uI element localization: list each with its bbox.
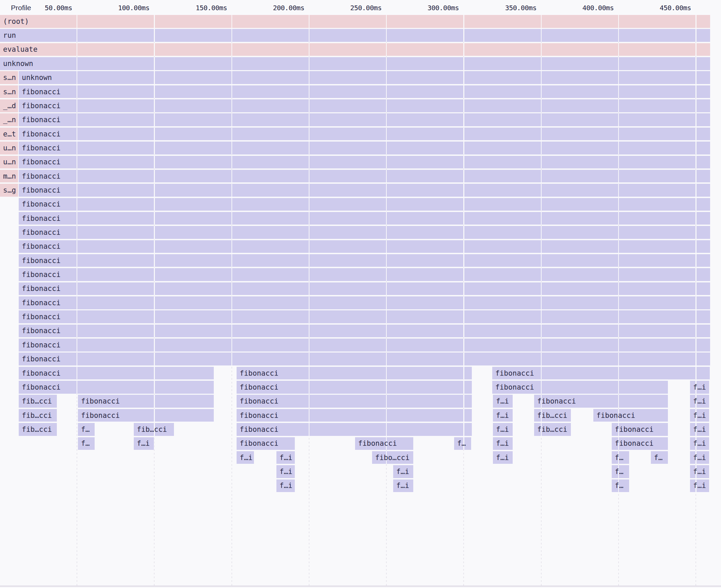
flame-bar[interactable]: unknown [19,71,710,84]
flame-bar[interactable]: fibonacci [237,381,472,394]
flame-bar[interactable]: fibonacci [237,367,472,380]
time-tick-label: 50.00ms [22,0,72,15]
flame-bar[interactable]: fibonacci [19,353,710,365]
flame-bar[interactable]: f…i [276,479,295,492]
flame-bar[interactable]: fibonacci [19,170,710,183]
time-tick-label: 100.00ms [99,0,149,15]
flame-bar[interactable]: _…n [0,113,18,126]
flame-bar[interactable]: fibonacci [78,395,214,408]
flame-bar[interactable]: fibonacci [19,212,710,225]
flame-bar[interactable]: fibonacci [612,437,668,450]
flame-bar[interactable]: f…i [493,437,513,450]
flame-bar[interactable]: fibonacci [237,423,472,436]
flame-bar[interactable]: f…i [690,423,709,436]
flame-bar[interactable]: s…g [0,184,18,197]
flame-bar[interactable]: f…i [393,479,413,492]
flame-bar[interactable]: fibonacci [19,156,710,169]
flame-bar[interactable]: f… [78,437,95,450]
time-tick-label: 450.00ms [641,0,691,15]
flame-bar[interactable]: fibonacci [19,367,214,380]
time-tick-label: 400.00ms [563,0,614,15]
time-tick-label: 350.00ms [486,0,536,15]
flame-bar[interactable]: fibonacci [19,113,710,126]
flame-bar[interactable]: f… [651,451,668,464]
time-tick-label: 250.00ms [331,0,382,15]
flame-bar[interactable]: fibonacci [19,296,710,309]
flame-bar[interactable]: f… [612,451,629,464]
flame-bar[interactable]: fibonacci [19,128,710,141]
flame-bar[interactable]: f…i [690,479,709,492]
flame-bar[interactable]: s…n [0,71,18,84]
flame-bar[interactable]: fibonacci [19,325,710,338]
flame-bar[interactable]: f…i [493,395,513,408]
flame-bar[interactable]: _…d [0,99,18,112]
flame-bar[interactable]: fibonacci [78,409,214,422]
flame-bar[interactable]: f…i [393,465,413,478]
flame-bar[interactable]: (root) [0,15,710,28]
time-tick-label: 200.00ms [254,0,304,15]
flame-bar[interactable]: f…i [493,409,513,422]
time-tick-label: 300.00ms [408,0,459,15]
flame-profiler-view: Profile 50.00ms100.00ms150.00ms200.00ms2… [0,0,721,588]
flame-bar[interactable]: fibonacci [237,437,295,450]
flame-bar[interactable]: fibonacci [19,339,710,352]
flame-bar[interactable]: m…n [0,170,18,183]
flame-bar[interactable]: e…t [0,128,18,141]
flame-bar[interactable]: fib…cci [134,423,174,436]
flame-bar[interactable]: u…n [0,142,18,154]
flame-bar[interactable]: f…i [690,409,709,422]
flame-bar[interactable]: fibonacci [19,85,710,98]
flame-bar[interactable]: u…n [0,156,18,169]
flame-bar[interactable]: fibonacci [19,142,710,154]
flame-bar[interactable]: f…i [276,451,295,464]
flame-bar[interactable]: f… [78,423,95,436]
flame-bar[interactable]: fib…cci [19,409,57,422]
time-tick-label: 150.00ms [177,0,227,15]
flame-bar[interactable]: fibonacci [19,381,214,394]
flame-bar[interactable]: fibonacci [19,268,710,281]
flame-bar[interactable]: f…i [690,381,709,394]
bottom-border [0,586,721,587]
flame-bar[interactable]: fibonacci [355,437,413,450]
flame-bar[interactable]: fibonacci [612,423,668,436]
flame-bar[interactable]: fibonacci [19,240,710,253]
flame-bar[interactable]: evaluate [0,43,710,56]
flame-bar[interactable]: unknown [0,57,710,70]
flame-bar[interactable]: f…i [276,465,295,478]
flame-bar[interactable]: fibonacci [492,367,710,380]
flame-bar[interactable]: fib…cci [534,409,571,422]
flame-bar[interactable]: f…i [134,437,154,450]
flame-bar[interactable]: run [0,29,710,42]
flame-bar[interactable]: fibonacci [492,381,668,394]
flame-bar[interactable]: f…i [690,465,709,478]
flame-bar[interactable]: fib…cci [19,423,57,436]
flame-bar[interactable]: fibonacci [19,310,710,323]
flame-bar[interactable]: f… [612,479,629,492]
flame-bar[interactable]: f…i [237,451,254,464]
time-axis-header: Profile 50.00ms100.00ms150.00ms200.00ms2… [0,0,721,15]
flame-bar[interactable]: fibonacci [19,184,710,197]
flame-bar[interactable]: fibonacci [19,254,710,267]
flame-bar[interactable]: f…i [690,437,709,450]
flame-bar[interactable]: fibonacci [19,99,710,112]
flame-bar[interactable]: fibonacci [534,395,668,408]
flame-bar[interactable]: f…i [690,451,709,464]
flame-bar[interactable]: fibonacci [237,395,472,408]
flame-bar[interactable]: f…i [493,451,513,464]
flame-bar[interactable]: f…i [493,423,513,436]
flame-bar[interactable]: fibonacci [19,226,710,239]
flame-bar[interactable]: f… [612,465,629,478]
flame-bar[interactable]: fib…cci [534,423,571,436]
flame-bar[interactable]: fibonacci [19,198,710,211]
flame-bar[interactable]: fib…cci [19,395,57,408]
flame-bar[interactable]: f…i [690,395,709,408]
flame-bar[interactable]: s…n [0,85,18,98]
flame-bar[interactable]: fibonacci [593,409,668,422]
flame-bar[interactable]: fibo…cci [372,451,413,464]
flame-bar[interactable]: f… [454,437,471,450]
flame-bar[interactable]: fibonacci [237,409,472,422]
flame-bar[interactable]: fibonacci [19,282,710,295]
